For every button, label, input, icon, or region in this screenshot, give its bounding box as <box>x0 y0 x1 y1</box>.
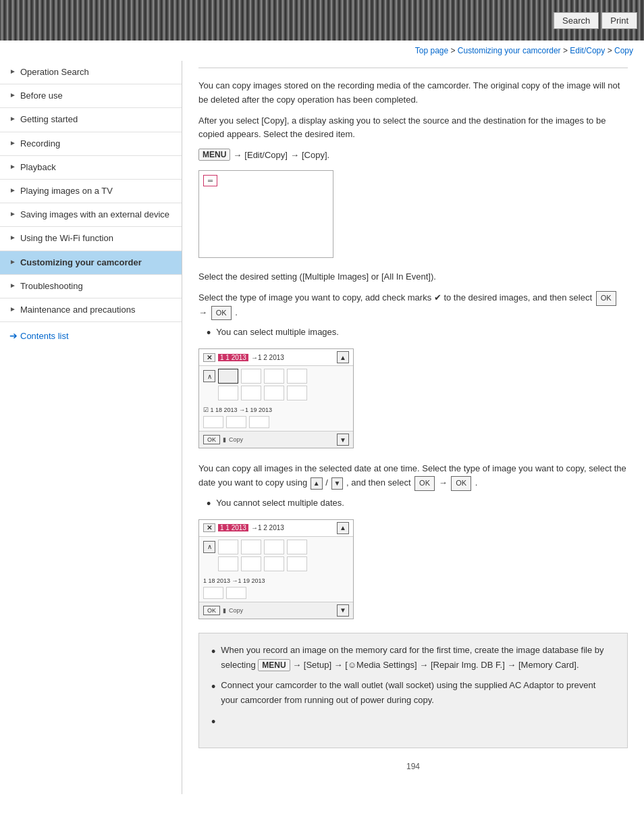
section3-para: You can copy all images in the selected … <box>198 462 628 490</box>
menu-preview-box: ═ <box>198 170 333 258</box>
grid2-date-range: →1 2 2013 <box>251 524 284 531</box>
grid1-cell <box>264 386 284 400</box>
main-content: You can copy images stored on the record… <box>182 61 644 794</box>
sidebar-item-operation-search[interactable]: ► Operation Search <box>0 61 182 84</box>
sidebar-item-saving-images[interactable]: ► Saving images with an external device <box>0 203 182 227</box>
chevron-right-icon: ► <box>9 139 16 147</box>
section2-para: Select the type of image you want to cop… <box>198 291 628 320</box>
ok-button-inline-3: OK <box>414 476 435 491</box>
menu-preview-btn: ═ <box>203 175 217 186</box>
grid2-copy-label: Copy <box>229 607 243 614</box>
grid2-cell <box>218 540 238 554</box>
grid1-cell <box>287 386 307 400</box>
sidebar: ► Operation Search ► Before use ► Gettin… <box>0 61 182 794</box>
print-button[interactable]: Print <box>601 12 637 29</box>
grid2-close-btn[interactable]: ✕ <box>203 523 215 532</box>
intro-para-2: After you select [Copy], a display askin… <box>198 114 628 142</box>
breadcrumb-customizing[interactable]: Customizing your camcorder <box>458 46 561 55</box>
menu-key: MENU <box>198 149 230 161</box>
top-divider <box>198 68 628 68</box>
grid1-copy-label: Copy <box>229 436 243 443</box>
chevron-right-icon: ► <box>9 115 16 122</box>
grid2-ok-btn[interactable]: OK <box>203 606 220 615</box>
grid1-cell <box>218 386 238 400</box>
grid1-cell <box>249 416 269 428</box>
grid1-cell <box>203 416 223 428</box>
grid1-close-btn[interactable]: ✕ <box>203 353 215 362</box>
ok-button-inline-1: OK <box>596 291 616 306</box>
grid1-cell <box>241 386 261 400</box>
chevron-right-icon: ► <box>9 234 16 241</box>
grid1-date-range: →1 2 2013 <box>251 354 284 361</box>
grid1-sub-date: ☑ 1 18 2013 →1 19 2013 <box>199 405 353 415</box>
grid1-cell <box>287 369 307 384</box>
menu-key-note: MENU <box>258 659 290 671</box>
breadcrumb: Top page > Customizing your camcorder > … <box>0 41 644 61</box>
grid2-footer: OK ▮ Copy ▼ <box>199 602 353 619</box>
chevron-right-icon: ► <box>9 258 16 265</box>
grid2-cell <box>203 587 223 599</box>
grid2-cell <box>287 556 307 571</box>
chevron-right-icon: ► <box>9 186 16 194</box>
grid2-cell <box>287 540 307 554</box>
sidebar-item-customizing[interactable]: ► Customizing your camcorder <box>0 251 182 275</box>
nav-down-icon: ▼ <box>331 477 344 490</box>
grid2-cell <box>264 540 284 554</box>
breadcrumb-copy[interactable]: Copy <box>614 46 633 55</box>
breadcrumb-edit-copy[interactable]: Edit/Copy <box>570 46 605 55</box>
ok-button-inline-4: OK <box>451 476 471 491</box>
layout: ► Operation Search ► Before use ► Gettin… <box>0 61 644 794</box>
search-button[interactable]: Search <box>554 12 599 29</box>
menu-path: MENU → [Edit/Copy] → [Copy]. <box>198 149 628 161</box>
arrow-right-icon: ➔ <box>9 330 18 341</box>
grid2-images: ∧ <box>199 537 353 576</box>
chevron-right-icon: ► <box>9 305 16 313</box>
grid2-header: ✕ 1 1 2013 →1 2 2013 ▲ <box>199 520 353 537</box>
breadcrumb-top-page[interactable]: Top page <box>415 46 448 55</box>
header: Search Print <box>0 0 644 41</box>
bullet-2: • You cannot select multiple dates. <box>207 498 628 510</box>
grid1-images: ∧ <box>199 366 353 405</box>
chevron-right-icon: ► <box>9 282 16 289</box>
sidebar-item-before-use[interactable]: ► Before use <box>0 84 182 108</box>
note-bullet-3: • <box>211 713 615 733</box>
grid2-cell <box>226 587 246 599</box>
grid2-cell <box>241 540 261 554</box>
note-box: • When you record an image on the memory… <box>198 633 628 748</box>
grid1-cell <box>241 369 261 384</box>
grid1-header: ✕ 1 1 2013 →1 2 2013 ▲ <box>199 349 353 366</box>
note-bullet-1: • When you record an image on the memory… <box>211 643 615 673</box>
grid2-scroll-down[interactable]: ▼ <box>337 604 349 617</box>
grid1-scroll-down[interactable]: ▼ <box>337 434 349 446</box>
chevron-right-icon: ► <box>9 210 16 217</box>
sidebar-item-wifi[interactable]: ► Using the Wi-Fi function <box>0 227 182 251</box>
grid1-footer: OK ▮ Copy ▼ <box>199 431 353 448</box>
bullet-1: • You can select multiple images. <box>207 327 628 339</box>
intro-para-1: You can copy images stored on the record… <box>198 79 628 107</box>
grid2-date-highlight: 1 1 2013 <box>218 524 248 531</box>
page-number: 194 <box>198 762 628 778</box>
image-grid-2: ✕ 1 1 2013 →1 2 2013 ▲ ∧ <box>198 519 354 619</box>
grid1-up-btn[interactable]: ∧ <box>203 370 215 382</box>
sidebar-item-getting-started[interactable]: ► Getting started <box>0 108 182 132</box>
sidebar-item-playing-images-tv[interactable]: ► Playing images on a TV <box>0 180 182 203</box>
nav-up-icon: ▲ <box>311 477 323 490</box>
section1-para: Select the desired setting ([Multiple Im… <box>198 270 628 284</box>
grid2-cell <box>241 556 261 571</box>
sidebar-item-troubleshooting[interactable]: ► Troubleshooting <box>0 275 182 298</box>
chevron-right-icon: ► <box>9 91 16 99</box>
contents-list-link[interactable]: ➔ Contents list <box>0 322 182 349</box>
note-bullet-2: • Connect your camcorder to the wall out… <box>211 678 615 708</box>
grid1-ok-btn[interactable]: OK <box>203 435 220 444</box>
grid2-cell <box>218 556 238 571</box>
sidebar-item-playback[interactable]: ► Playback <box>0 156 182 180</box>
grid1-cell <box>226 416 246 428</box>
chevron-right-icon: ► <box>9 163 16 170</box>
sidebar-item-recording[interactable]: ► Recording <box>0 132 182 156</box>
grid1-scroll-up[interactable]: ▲ <box>337 351 349 363</box>
grid2-up-btn[interactable]: ∧ <box>203 541 215 553</box>
chevron-right-icon: ► <box>9 68 16 75</box>
grid1-cell <box>218 369 238 384</box>
grid2-scroll-up[interactable]: ▲ <box>337 522 349 534</box>
sidebar-item-maintenance[interactable]: ► Maintenance and precautions <box>0 298 182 322</box>
